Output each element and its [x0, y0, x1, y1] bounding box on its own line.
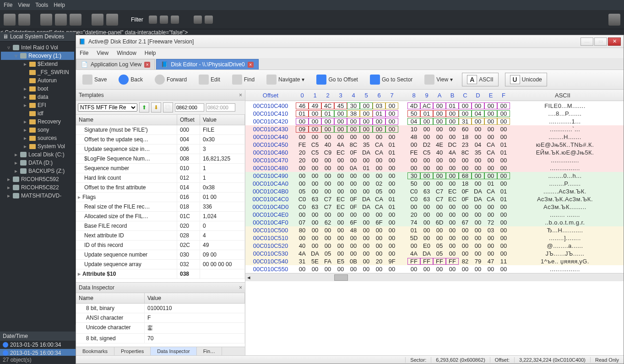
hex-byte[interactable]: 01: [385, 203, 398, 210]
hex-byte[interactable]: 20: [373, 258, 385, 265]
info-icon[interactable]: [106, 14, 118, 26]
hex-byte[interactable]: 00: [347, 180, 360, 187]
hex-byte[interactable]: 00: [334, 110, 347, 117]
hex-byte[interactable]: 00: [360, 266, 373, 273]
hex-byte[interactable]: CA: [484, 141, 497, 148]
hex-byte[interactable]: 01: [446, 102, 459, 109]
hex-row[interactable]: 00C010C46020C5C9EC0FDACA01FEC5404A8C35CA…: [245, 149, 624, 156]
template-row[interactable]: Next attribute ID0284: [76, 231, 245, 241]
hex-row[interactable]: 00C010C410010001003800010050010000000400…: [245, 110, 624, 118]
hex-byte[interactable]: 00: [385, 172, 398, 179]
tree-item[interactable]: ▸data: [1, 93, 74, 101]
hex-byte[interactable]: 11: [497, 258, 510, 265]
tree-item[interactable]: ▸EFI: [1, 101, 74, 109]
hex-byte[interactable]: 00: [360, 126, 373, 133]
hex-byte[interactable]: 00: [459, 235, 472, 241]
hex-byte[interactable]: 00: [321, 227, 334, 234]
inspector-grid[interactable]: Name Value 8 bit, binary01000110ANSI cha…: [76, 293, 245, 347]
menu-view[interactable]: View: [97, 50, 109, 56]
expand-icon[interactable]: ▿: [6, 44, 11, 51]
goto-offset-button[interactable]: Go to Offset: [314, 73, 360, 86]
hex-byte[interactable]: 00: [373, 250, 385, 257]
hex-row[interactable]: 00C010C40046494C45300003004DAC0001000000…: [245, 102, 624, 110]
hex-byte[interactable]: AC: [420, 102, 433, 109]
template-row[interactable]: Allocated size of the FIL…01C1,024: [76, 212, 245, 221]
inspector-row[interactable]: Unicode character䥆: [76, 323, 245, 334]
hex-byte[interactable]: 00: [309, 126, 321, 133]
hex-byte[interactable]: FA: [321, 258, 334, 265]
hex-byte[interactable]: 00: [334, 157, 347, 164]
hex-byte[interactable]: 00: [433, 126, 446, 133]
hex-byte[interactable]: 00: [360, 134, 373, 140]
hex-byte[interactable]: 00: [360, 227, 373, 234]
hex-byte[interactable]: 18: [459, 134, 472, 140]
hex-hscroll[interactable]: ◂: [245, 273, 624, 281]
hex-byte[interactable]: 79: [472, 258, 484, 265]
hex-byte[interactable]: 5D: [407, 235, 420, 241]
dark-menu-file[interactable]: File: [4, 2, 12, 8]
hex-byte[interactable]: 80: [296, 227, 309, 234]
tab-find[interactable]: Fin…: [197, 347, 222, 355]
hex-row[interactable]: 00C010C440000000000000000048000000180000…: [245, 133, 624, 141]
template-row[interactable]: Real size of the FILE rec…018336: [76, 202, 245, 212]
filter-clear-icon[interactable]: [171, 16, 179, 24]
expand-icon[interactable]: ▸: [14, 160, 18, 166]
hex-byte[interactable]: 50: [407, 180, 420, 187]
hex-byte[interactable]: 00: [433, 165, 446, 171]
hex-byte[interactable]: FF: [446, 258, 459, 265]
maximize-button[interactable]: ▭: [594, 37, 607, 46]
panel-close-icon[interactable]: ×: [239, 284, 242, 291]
ascii-button[interactable]: AASCII: [462, 73, 498, 86]
hex-byte[interactable]: DC: [446, 141, 459, 148]
hex-byte[interactable]: 00: [484, 134, 497, 140]
hex-byte[interactable]: 00: [385, 126, 398, 133]
hex-byte[interactable]: 05: [296, 188, 309, 195]
hex-byte[interactable]: 0A: [347, 165, 360, 171]
hex-byte[interactable]: DA: [472, 188, 484, 195]
search-icon[interactable]: [92, 14, 103, 26]
hex-byte[interactable]: 5E: [309, 258, 321, 265]
hex-byte[interactable]: 6F: [373, 219, 385, 226]
hex-byte[interactable]: 00: [459, 157, 472, 164]
minimize-button[interactable]: —: [581, 37, 593, 46]
hex-byte[interactable]: EC: [334, 196, 347, 203]
hex-byte[interactable]: 00: [309, 266, 321, 273]
hex-row[interactable]: 00C010C450FEC5404A8C35CA0100D24EDC2304CA…: [245, 141, 624, 149]
hex-byte[interactable]: 00: [407, 141, 420, 148]
expand-icon[interactable]: ▸: [23, 86, 27, 92]
hex-byte[interactable]: 82: [459, 258, 472, 265]
hex-byte[interactable]: EC: [334, 203, 347, 210]
hex-byte[interactable]: 00: [347, 172, 360, 179]
hex-byte[interactable]: 00: [484, 242, 497, 249]
hex-byte[interactable]: 05: [321, 250, 334, 257]
hex-byte[interactable]: 00: [472, 211, 484, 218]
hex-byte[interactable]: 00: [407, 266, 420, 273]
hex-byte[interactable]: 00: [373, 118, 385, 125]
template-row[interactable]: ID of this record02C49: [76, 241, 245, 250]
hex-byte[interactable]: 00: [373, 126, 385, 133]
hex-byte[interactable]: 0F: [347, 149, 360, 156]
hex-byte[interactable]: 00: [497, 134, 510, 140]
hex-byte[interactable]: 00: [433, 157, 446, 164]
hex-byte[interactable]: 00: [484, 172, 497, 179]
hex-byte[interactable]: 00: [446, 134, 459, 140]
hex-byte[interactable]: 05: [373, 188, 385, 195]
template-row[interactable]: $LogFile Sequence Num…00816,821,325: [76, 154, 245, 164]
hex-byte[interactable]: 00: [446, 211, 459, 218]
hex-byte[interactable]: 00: [459, 227, 472, 234]
hex-byte[interactable]: 00: [497, 102, 510, 109]
template-select[interactable]: NTFS MFT File Re: [78, 103, 137, 112]
hex-byte[interactable]: 00: [472, 219, 484, 226]
hex-byte[interactable]: 00: [484, 250, 497, 257]
template-row[interactable]: Signature (must be 'FILE')000FILE: [76, 125, 245, 135]
expand-icon[interactable]: ▿: [14, 53, 18, 59]
hex-byte[interactable]: 0B: [347, 258, 360, 265]
hex-byte[interactable]: 00: [347, 157, 360, 164]
hex-byte[interactable]: 00: [472, 227, 484, 234]
hex-byte[interactable]: 00: [420, 219, 433, 226]
hex-byte[interactable]: C7: [321, 196, 334, 203]
hex-byte[interactable]: 04: [472, 110, 484, 117]
hex-byte[interactable]: 00: [472, 203, 484, 210]
hex-byte[interactable]: C9: [321, 149, 334, 156]
hex-byte[interactable]: 00: [321, 211, 334, 218]
